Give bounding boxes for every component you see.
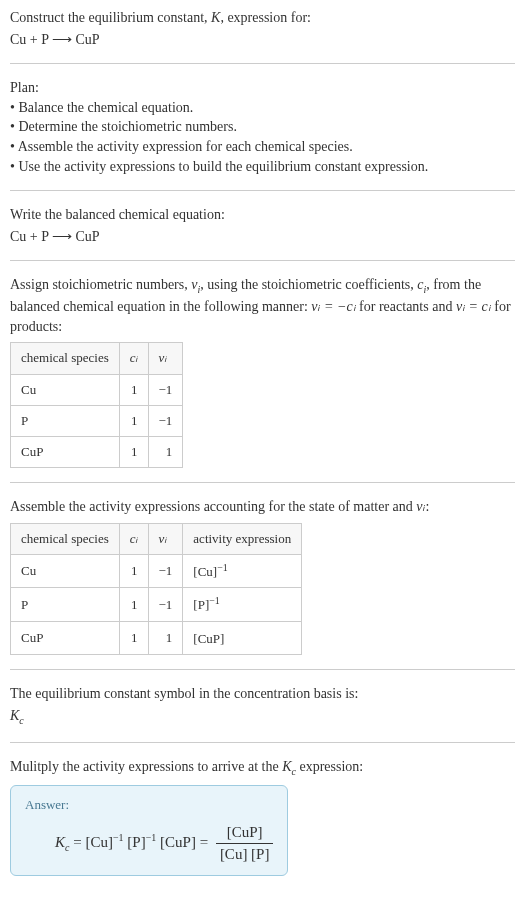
balanced-equation: Cu + P ⟶ CuP [10,227,515,247]
activity-table: chemical species cᵢ νᵢ activity expressi… [10,523,302,656]
prompt-a: Construct the equilibrium constant, [10,10,211,25]
table-header-row: chemical species cᵢ νᵢ [11,343,183,374]
stoich-table: chemical species cᵢ νᵢ Cu 1 −1 P 1 −1 Cu… [10,342,183,468]
assign-text: Assign stoichiometric numbers, νi, using… [10,275,515,336]
divider [10,190,515,191]
plan-step-2: • Determine the stoichiometric numbers. [10,117,515,137]
assign-section: Assign stoichiometric numbers, νi, using… [10,275,515,468]
prompt-b: , expression for: [220,10,311,25]
multiply-section: Mulitply the activity expressions to arr… [10,757,515,876]
divider [10,669,515,670]
col-ci: cᵢ [119,343,148,374]
divider [10,742,515,743]
col-nui: νᵢ [148,343,183,374]
plan-step-4: • Use the activity expressions to build … [10,157,515,177]
col-ci: cᵢ [119,523,148,554]
header-section: Construct the equilibrium constant, K, e… [10,8,515,49]
table-row: CuP 1 1 [CuP] [11,621,302,655]
table-row: Cu 1 −1 [11,374,183,405]
symbol-label: The equilibrium constant symbol in the c… [10,684,515,704]
balanced-label: Write the balanced chemical equation: [10,205,515,225]
plan-section: Plan: • Balance the chemical equation. •… [10,78,515,176]
divider [10,482,515,483]
answer-box: Answer: Kc = [Cu]−1 [P]−1 [CuP] = [CuP][… [10,785,288,876]
col-activity: activity expression [183,523,302,554]
answer-label: Answer: [25,796,273,814]
table-row: P 1 −1 [11,405,183,436]
prompt-equation: Cu + P ⟶ CuP [10,30,515,50]
assemble-section: Assemble the activity expressions accoun… [10,497,515,655]
divider [10,260,515,261]
fraction: [CuP][Cu] [P] [216,822,274,865]
balanced-section: Write the balanced chemical equation: Cu… [10,205,515,246]
col-species: chemical species [11,523,120,554]
assemble-text: Assemble the activity expressions accoun… [10,497,515,517]
table-row: P 1 −1 [P]−1 [11,588,302,622]
kc-expression: Kc = [Cu]−1 [P]−1 [CuP] = [CuP][Cu] [P] [25,822,273,865]
divider [10,63,515,64]
prompt-text: Construct the equilibrium constant, K, e… [10,8,515,28]
k-symbol: K [211,10,220,25]
plan-step-1: • Balance the chemical equation. [10,98,515,118]
multiply-text: Mulitply the activity expressions to arr… [10,757,515,779]
col-species: chemical species [11,343,120,374]
plan-title: Plan: [10,78,515,98]
table-row: Cu 1 −1 [Cu]−1 [11,554,302,588]
col-nui: νᵢ [148,523,183,554]
table-header-row: chemical species cᵢ νᵢ activity expressi… [11,523,302,554]
symbol-section: The equilibrium constant symbol in the c… [10,684,515,727]
kc-symbol: Kc [10,706,515,728]
plan-step-3: • Assemble the activity expression for e… [10,137,515,157]
table-row: CuP 1 1 [11,436,183,467]
